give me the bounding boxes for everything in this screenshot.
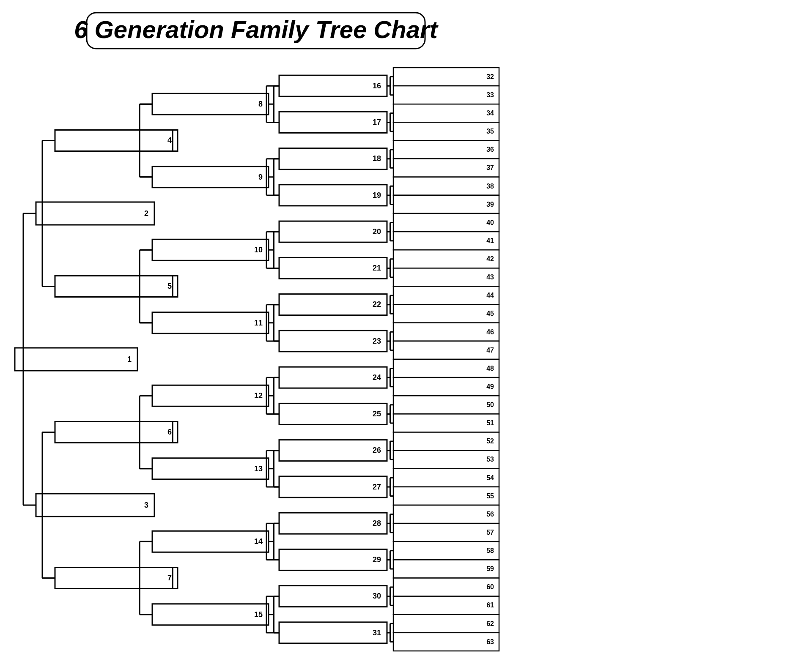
ancestor-box-47[interactable] (393, 341, 499, 359)
ancestor-box-60[interactable] (393, 578, 499, 596)
ancestor-box-14[interactable] (152, 531, 269, 552)
ancestor-box-10[interactable] (152, 239, 269, 260)
ancestor-box-62[interactable] (393, 615, 499, 633)
ancestor-box-15[interactable] (152, 604, 269, 625)
ancestor-box-8[interactable] (152, 93, 269, 115)
ancestor-box-61[interactable] (393, 596, 499, 615)
ancestor-box-22[interactable] (279, 294, 387, 315)
ancestor-number-50: 50 (486, 401, 494, 408)
ancestor-box-37[interactable] (393, 159, 499, 177)
ancestor-number-28: 28 (373, 519, 381, 528)
ancestor-box-39[interactable] (393, 195, 499, 213)
ancestor-box-9[interactable] (152, 167, 269, 188)
ancestor-number-42: 42 (486, 255, 494, 262)
ancestor-number-48: 48 (486, 365, 494, 372)
family-tree-chart: 6 Generation Family Tree Chart 123456789… (0, 0, 812, 667)
ancestor-box-43[interactable] (393, 268, 499, 286)
ancestor-number-5: 5 (167, 282, 172, 290)
ancestor-box-50[interactable] (393, 396, 499, 414)
ancestor-box-42[interactable] (393, 250, 499, 268)
ancestor-box-13[interactable] (152, 458, 269, 479)
ancestor-number-27: 27 (373, 483, 381, 491)
ancestor-box-25[interactable] (279, 403, 387, 424)
ancestor-box-31[interactable] (279, 622, 387, 643)
ancestor-box-2[interactable] (36, 202, 154, 225)
ancestor-box-56[interactable] (393, 505, 499, 523)
ancestor-number-36: 36 (486, 146, 494, 153)
ancestor-box-34[interactable] (393, 104, 499, 122)
ancestor-number-39: 39 (486, 201, 494, 208)
ancestor-box-23[interactable] (279, 331, 387, 352)
ancestor-box-49[interactable] (393, 377, 499, 396)
ancestor-box-21[interactable] (279, 257, 387, 279)
ancestor-box-28[interactable] (279, 513, 387, 534)
ancestor-box-24[interactable] (279, 367, 387, 388)
ancestor-number-8: 8 (258, 100, 263, 108)
ancestor-box-18[interactable] (279, 148, 387, 169)
ancestor-number-22: 22 (373, 300, 381, 309)
ancestor-box-29[interactable] (279, 549, 387, 570)
ancestor-number-46: 46 (486, 328, 494, 336)
ancestor-box-40[interactable] (393, 213, 499, 232)
ancestor-box-38[interactable] (393, 177, 499, 195)
ancestor-box-55[interactable] (393, 487, 499, 505)
ancestor-box-19[interactable] (279, 185, 387, 206)
ancestor-number-51: 51 (486, 419, 494, 426)
ancestor-number-37: 37 (486, 164, 494, 171)
ancestor-box-17[interactable] (279, 112, 387, 133)
ancestor-number-62: 62 (486, 620, 494, 627)
ancestor-number-1: 1 (127, 355, 132, 364)
ancestor-box-16[interactable] (279, 75, 387, 96)
ancestor-number-25: 25 (373, 410, 381, 418)
ancestor-box-7[interactable] (55, 568, 178, 589)
ancestor-number-6: 6 (167, 428, 172, 436)
ancestor-number-21: 21 (373, 264, 381, 272)
ancestor-number-32: 32 (486, 73, 494, 80)
ancestor-box-5[interactable] (55, 276, 178, 297)
ancestor-box-12[interactable] (152, 385, 269, 406)
ancestor-box-41[interactable] (393, 232, 499, 250)
ancestor-box-3[interactable] (36, 494, 154, 517)
ancestor-number-63: 63 (486, 638, 494, 645)
ancestor-number-57: 57 (486, 529, 494, 536)
ancestor-box-1[interactable] (15, 348, 137, 371)
ancestor-box-52[interactable] (393, 432, 499, 451)
ancestor-box-27[interactable] (279, 476, 387, 498)
ancestor-number-61: 61 (486, 601, 494, 609)
ancestor-number-3: 3 (144, 501, 148, 509)
ancestor-number-23: 23 (373, 337, 381, 345)
ancestor-box-59[interactable] (393, 560, 499, 578)
ancestor-number-14: 14 (254, 537, 263, 546)
ancestor-box-32[interactable] (393, 68, 499, 86)
ancestor-box-51[interactable] (393, 414, 499, 432)
ancestor-box-30[interactable] (279, 586, 387, 607)
ancestor-number-30: 30 (373, 592, 381, 600)
ancestor-number-29: 29 (373, 555, 381, 564)
ancestor-box-33[interactable] (393, 86, 499, 104)
ancestor-number-18: 18 (373, 154, 381, 163)
ancestor-box-54[interactable] (393, 469, 499, 487)
ancestor-number-12: 12 (254, 391, 263, 400)
ancestor-box-63[interactable] (393, 633, 499, 651)
ancestor-box-26[interactable] (279, 440, 387, 461)
ancestor-box-48[interactable] (393, 359, 499, 377)
ancestor-number-10: 10 (254, 246, 263, 254)
ancestor-number-26: 26 (373, 446, 381, 454)
ancestor-box-6[interactable] (55, 422, 178, 443)
ancestor-box-45[interactable] (393, 305, 499, 323)
ancestor-box-44[interactable] (393, 287, 499, 305)
ancestor-box-57[interactable] (393, 523, 499, 541)
ancestor-box-46[interactable] (393, 323, 499, 341)
ancestor-box-4[interactable] (55, 130, 178, 151)
ancestor-number-2: 2 (144, 209, 148, 218)
ancestor-number-44: 44 (486, 292, 494, 299)
ancestor-box-11[interactable] (152, 312, 269, 334)
ancestor-number-24: 24 (373, 373, 381, 382)
ancestor-number-16: 16 (373, 82, 381, 90)
ancestor-box-58[interactable] (393, 541, 499, 560)
ancestor-box-53[interactable] (393, 451, 499, 469)
ancestor-number-45: 45 (486, 310, 494, 317)
ancestor-box-20[interactable] (279, 221, 387, 242)
ancestor-box-35[interactable] (393, 122, 499, 140)
ancestor-box-36[interactable] (393, 141, 499, 159)
